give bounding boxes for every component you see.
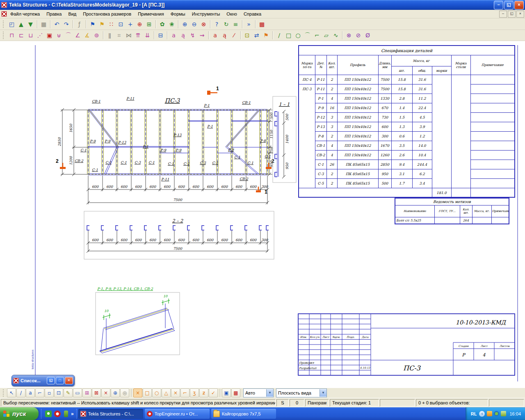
list-close-button[interactable]: × (65, 377, 73, 384)
plan-label[interactable]: СВ-1 (92, 99, 100, 103)
dim-combine-icon[interactable]: ⇈ (133, 31, 143, 40)
language-indicator[interactable]: RL (471, 411, 477, 416)
tray-chevron-icon[interactable]: ‹ (479, 411, 485, 417)
dim-group2-icon[interactable]: ⌗ (114, 31, 124, 40)
dim-diagonal-icon[interactable]: ⋰ (35, 31, 45, 40)
context-help-icon[interactable]: ? (212, 20, 221, 29)
dim-text[interactable]: 600 (221, 238, 228, 242)
zoom-in-icon[interactable]: ⊕ (180, 20, 189, 29)
select-x-icon[interactable]: × (101, 388, 110, 397)
minimize-button[interactable]: – (494, 1, 503, 9)
toolbar-grip[interactable] (3, 32, 5, 39)
draw-polygon-icon[interactable]: ▱ (322, 31, 331, 40)
dim-text[interactable]: 950 (285, 162, 289, 169)
plan-label[interactable]: Р-13 (118, 140, 126, 144)
quick-launch-more[interactable]: » (71, 411, 74, 417)
dim-text[interactable]: 600 (164, 238, 171, 242)
menu-dimensioning[interactable]: Простановка размеров (80, 11, 135, 17)
dim-text[interactable]: 600 (178, 238, 185, 242)
dim-text[interactable]: 600 (192, 185, 199, 189)
snap-points-icon[interactable]: × (133, 388, 142, 397)
section-title[interactable]: 1 – 1 (279, 102, 290, 107)
menu-edit[interactable]: Правка (43, 11, 65, 17)
dim-text[interactable]: 600 (92, 238, 99, 242)
revision-icon[interactable]: ⚑ (261, 31, 271, 40)
select-dim-icon[interactable]: ⌐ (35, 388, 44, 397)
snap-triangle-icon[interactable]: △ (162, 388, 171, 397)
dim-text[interactable]: 7500 (173, 198, 182, 202)
start-button[interactable]: пуск (0, 407, 39, 420)
fit-area-icon[interactable]: ⊡ (116, 20, 126, 29)
menu-window[interactable]: Окно (223, 11, 240, 17)
plan-label[interactable]: С-1 (105, 160, 112, 164)
fetch-part-icon[interactable]: ✿ (158, 20, 167, 29)
plan-label[interactable]: Р-8 (260, 139, 266, 143)
dim-text[interactable]: 600 (164, 185, 171, 189)
dim-text[interactable]: 600 (135, 238, 142, 242)
create-view-icon[interactable]: ⊞ (144, 20, 154, 29)
plan-label[interactable]: Р-9 (160, 148, 167, 152)
dim-text[interactable]: 600 (221, 185, 228, 189)
view-colors-icon[interactable]: ▩ (231, 388, 240, 397)
dim-text[interactable]: 600 (106, 185, 113, 189)
dim-text[interactable]: 600 (149, 185, 156, 189)
detail-dim[interactable]: 10 (104, 309, 109, 313)
select-globe-icon[interactable]: ⊕ (111, 388, 120, 397)
dim-text[interactable]: 600 (149, 238, 156, 242)
menu-tools[interactable]: Инструменты (189, 11, 224, 17)
dim-text[interactable]: 600 (135, 185, 142, 189)
redo-icon[interactable]: ↷ (62, 20, 71, 29)
mdi-restore-button[interactable]: ◱ (508, 11, 516, 18)
plan-title[interactable]: ПС-3 (165, 97, 180, 104)
detail-title[interactable]: Р-1, Р-9, Р-13, Р-14, СВ-1, СВ-2 (97, 287, 153, 291)
dim-text[interactable]: 600 (192, 238, 199, 242)
restore-button[interactable]: ◱ (504, 1, 514, 9)
detail-dim[interactable]: 10 (163, 294, 168, 298)
note-plain-icon[interactable]: ą (178, 31, 188, 40)
ghost-ref-icon[interactable]: Ø (363, 31, 372, 40)
plan-label[interactable]: С-1 (168, 162, 174, 166)
snap-s-icon[interactable]: ʒ (190, 388, 199, 397)
dim-text[interactable]: 600 (235, 238, 242, 242)
snap-circle-icon[interactable]: ○ (152, 388, 161, 397)
menu-view[interactable]: Вид (65, 11, 80, 17)
select-text-icon[interactable]: a (26, 388, 35, 397)
select-misc-icon[interactable]: ◎ (120, 388, 129, 397)
page-down-icon[interactable]: ▼ (26, 20, 35, 29)
utorrent-icon[interactable] (45, 411, 52, 417)
plan-label[interactable]: Р-1 (207, 124, 213, 128)
link-icon[interactable]: ⇄ (252, 31, 261, 40)
plan-label[interactable]: Р-11 (126, 96, 134, 100)
dim-tag-icon[interactable]: ▣ (45, 31, 54, 40)
select-mark-icon[interactable]: ▫ (45, 388, 54, 397)
plan-label[interactable]: С-3 (135, 160, 141, 164)
list-restore-button[interactable]: ◱ (47, 377, 55, 384)
plan-label[interactable]: С-1 (265, 154, 271, 158)
window-area-icon[interactable]: ⊟ (156, 31, 165, 40)
select-frame-icon[interactable]: ▭ (73, 388, 82, 397)
color-settings-icon[interactable]: ▩ (257, 20, 267, 29)
ghost-outline-icon[interactable]: ⊗ (344, 31, 354, 40)
draw-line-icon[interactable]: / (274, 31, 284, 40)
tray-icon-2[interactable] (494, 411, 499, 416)
plan-label[interactable]: С-1 (247, 161, 253, 165)
select-area-icon[interactable]: ⊡ (54, 388, 63, 397)
dim-text[interactable]: 7500 (173, 247, 182, 251)
view-flag-blue-icon[interactable]: ⚑ (88, 20, 97, 29)
print-icon[interactable]: ▦ (39, 20, 48, 29)
dim-vertical-icon[interactable]: ⊏ (16, 31, 26, 40)
redraw-icon[interactable]: ↻ (221, 20, 231, 29)
plan-label[interactable]: С-1 (183, 162, 189, 166)
dim-text[interactable]: 600 (207, 185, 214, 189)
snap-check-icon[interactable]: ✓ (209, 388, 218, 397)
macro-icon[interactable]: ƒ (75, 20, 84, 29)
menu-help[interactable]: Справка (240, 11, 265, 17)
dim-text[interactable]: 600 (92, 185, 99, 189)
view-flag-yellow-icon[interactable]: ⚑ (97, 20, 107, 29)
dim-text[interactable]: 600 (121, 185, 128, 189)
dim-text[interactable]: 600 (235, 185, 242, 189)
section-view-2-2[interactable]: 2 – 2 600 600 600 600 600 (84, 211, 274, 259)
mdi-minimize-button[interactable]: – (499, 11, 507, 18)
dim-text[interactable]: 600 (121, 238, 128, 242)
plan-label[interactable]: СВ-2 (75, 159, 84, 163)
